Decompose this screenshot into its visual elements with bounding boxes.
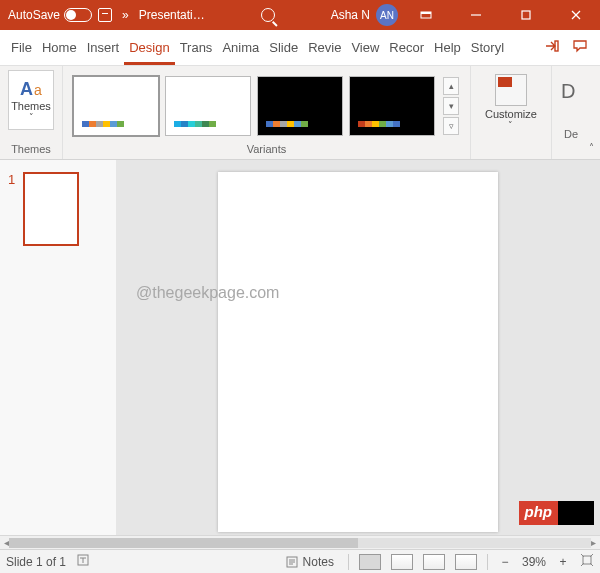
scrollbar-track[interactable] bbox=[9, 538, 591, 548]
themes-aa-icon: Aa bbox=[20, 79, 42, 100]
chevron-down-icon: ˅ bbox=[29, 112, 34, 122]
tab-animations[interactable]: Anima bbox=[217, 30, 264, 65]
accessibility-icon[interactable] bbox=[76, 553, 90, 570]
slide-canvas[interactable] bbox=[218, 172, 498, 532]
variants-scroll: ▴ ▾ ▿ bbox=[443, 77, 459, 135]
share-icon[interactable] bbox=[544, 38, 560, 57]
tab-review[interactable]: Revie bbox=[303, 30, 346, 65]
tab-transitions[interactable]: Trans bbox=[175, 30, 218, 65]
tab-insert[interactable]: Insert bbox=[82, 30, 125, 65]
toggle-off-icon bbox=[64, 8, 92, 22]
variant-4[interactable] bbox=[349, 76, 435, 136]
view-sorter-button[interactable] bbox=[391, 554, 413, 570]
ribbon-group-themes: Aa Themes ˅ Themes bbox=[0, 66, 63, 159]
workspace: 1 @thegeekpage.com php bbox=[0, 160, 600, 535]
zoom-in-button[interactable]: + bbox=[556, 555, 570, 569]
tab-help[interactable]: Help bbox=[429, 30, 466, 65]
titlebar-left: AutoSave » Presentati… bbox=[0, 8, 205, 22]
tab-home[interactable]: Home bbox=[37, 30, 82, 65]
thumbnail-preview bbox=[23, 172, 79, 246]
ribbon-group-designer-label: De bbox=[560, 124, 582, 142]
php-badge: php bbox=[519, 501, 595, 525]
ribbon: Aa Themes ˅ Themes ▴ ▾ ▿ Var bbox=[0, 66, 600, 160]
tab-file[interactable]: File bbox=[6, 30, 37, 65]
divider bbox=[487, 554, 488, 570]
ribbon-display-button[interactable] bbox=[404, 0, 448, 30]
tab-slideshow[interactable]: Slide bbox=[264, 30, 303, 65]
horizontal-scrollbar[interactable]: ◂ ▸ bbox=[0, 535, 600, 549]
comment-icon[interactable] bbox=[572, 38, 588, 57]
view-reading-button[interactable] bbox=[423, 554, 445, 570]
fit-to-window-button[interactable] bbox=[580, 553, 594, 570]
ribbon-tabs: File Home Insert Design Trans Anima Slid… bbox=[0, 30, 600, 66]
tab-design[interactable]: Design bbox=[124, 30, 174, 65]
svg-rect-1 bbox=[421, 12, 431, 14]
ribbon-group-customize: Customize ˅ bbox=[471, 66, 552, 159]
quick-access-more-icon[interactable]: » bbox=[118, 8, 133, 22]
zoom-out-button[interactable]: − bbox=[498, 555, 512, 569]
svg-rect-12 bbox=[583, 556, 591, 564]
scroll-right-icon[interactable]: ▸ bbox=[591, 537, 596, 548]
titlebar: AutoSave » Presentati… Asha N AN bbox=[0, 0, 600, 30]
autosave-label: AutoSave bbox=[8, 8, 60, 22]
variant-1[interactable] bbox=[73, 76, 159, 136]
divider bbox=[348, 554, 349, 570]
thumbnail-pane[interactable]: 1 bbox=[0, 160, 116, 535]
view-normal-button[interactable] bbox=[359, 554, 381, 570]
chevron-down-icon: ˅ bbox=[508, 120, 513, 130]
titlebar-right: Asha N AN bbox=[331, 0, 600, 30]
customize-icon bbox=[495, 74, 527, 106]
user-avatar[interactable]: AN bbox=[376, 4, 398, 26]
customize-label: Customize bbox=[485, 108, 537, 120]
themes-button-label: Themes bbox=[11, 100, 51, 112]
thumbnail-number: 1 bbox=[8, 172, 15, 246]
tab-recording[interactable]: Recor bbox=[384, 30, 429, 65]
maximize-button[interactable] bbox=[504, 0, 548, 30]
close-button[interactable] bbox=[554, 0, 598, 30]
zoom-value[interactable]: 39% bbox=[522, 555, 546, 569]
save-icon[interactable] bbox=[98, 8, 112, 22]
php-badge-black bbox=[558, 501, 594, 525]
notes-label: Notes bbox=[303, 555, 334, 569]
designer-button[interactable]: D bbox=[561, 70, 581, 124]
titlebar-center bbox=[205, 8, 331, 22]
variants-gallery: ▴ ▾ ▿ bbox=[73, 70, 459, 136]
svg-rect-6 bbox=[555, 41, 558, 51]
php-badge-text: php bbox=[519, 501, 559, 525]
customize-button[interactable]: Customize ˅ bbox=[479, 70, 543, 130]
ribbon-group-variants-label: Variants bbox=[247, 141, 287, 157]
minimize-button[interactable] bbox=[454, 0, 498, 30]
collapse-ribbon-icon[interactable]: ˄ bbox=[589, 142, 594, 153]
user-name: Asha N bbox=[331, 8, 370, 22]
variants-scroll-down[interactable]: ▾ bbox=[443, 97, 459, 115]
scrollbar-thumb[interactable] bbox=[9, 538, 358, 548]
document-title: Presentati… bbox=[139, 8, 205, 22]
variant-2[interactable] bbox=[165, 76, 251, 136]
ribbon-group-variants: ▴ ▾ ▿ Variants bbox=[63, 66, 471, 159]
search-icon[interactable] bbox=[261, 8, 275, 22]
slide-area[interactable]: @thegeekpage.com php bbox=[116, 160, 600, 535]
view-slideshow-button[interactable] bbox=[455, 554, 477, 570]
notes-button[interactable]: Notes bbox=[281, 555, 338, 569]
slide-counter: Slide 1 of 1 bbox=[6, 555, 66, 569]
thumbnail-item[interactable]: 1 bbox=[8, 172, 108, 246]
variant-3[interactable] bbox=[257, 76, 343, 136]
variants-scroll-up[interactable]: ▴ bbox=[443, 77, 459, 95]
statusbar: Slide 1 of 1 Notes − 39% + bbox=[0, 549, 600, 573]
ribbon-group-themes-label: Themes bbox=[11, 141, 51, 157]
notes-icon bbox=[285, 555, 299, 569]
themes-button[interactable]: Aa Themes ˅ bbox=[8, 70, 54, 130]
tab-view[interactable]: View bbox=[346, 30, 384, 65]
tabs-right-group bbox=[544, 38, 594, 57]
svg-rect-3 bbox=[522, 11, 530, 19]
variants-more[interactable]: ▿ bbox=[443, 117, 459, 135]
autosave-toggle[interactable]: AutoSave bbox=[8, 8, 92, 22]
tab-storyline[interactable]: Storyl bbox=[466, 30, 509, 65]
